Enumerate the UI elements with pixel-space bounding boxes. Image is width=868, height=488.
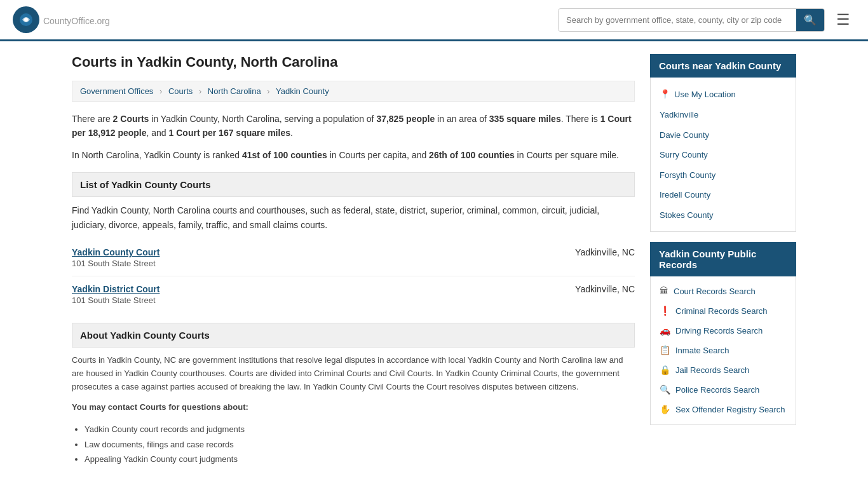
- list-item: Yadkin County court records and judgment…: [85, 422, 635, 437]
- svg-point-2: [24, 18, 28, 22]
- rank-cap-mid: in Courts per capita, and: [327, 150, 429, 160]
- court-address-1: 101 South State Street: [72, 259, 353, 268]
- breadcrumb-gov-offices[interactable]: Government Offices: [80, 86, 153, 96]
- breadcrumb-sep-3: ›: [267, 86, 269, 96]
- area: 335 square miles: [489, 114, 561, 124]
- about-section-header: About Yadkin County Courts: [72, 323, 635, 348]
- list-description: Find Yadkin County, North Carolina court…: [72, 203, 635, 232]
- criminal-records-icon: ❗: [660, 304, 670, 318]
- pin-icon: 📍: [660, 88, 670, 101]
- courts-list: Yadkin County Court 101 South State Stre…: [72, 240, 635, 313]
- breadcrumb-yadkin[interactable]: Yadkin County: [276, 86, 329, 96]
- table-row: Yadkin District Court 101 South State St…: [72, 276, 635, 313]
- stats-and-text: , and: [147, 128, 169, 138]
- search-button[interactable]: 🔍: [796, 9, 824, 31]
- police-records-link[interactable]: 🔍 Police Records Search: [651, 380, 796, 400]
- jail-records-icon: 🔒: [660, 363, 670, 377]
- court-item-left-2: Yadkin District Court 101 South State St…: [72, 284, 353, 305]
- court-records-icon: 🏛: [660, 285, 668, 298]
- stats-area-text: in an area of: [435, 114, 489, 124]
- logo: CountyOffice.org: [13, 6, 110, 33]
- population: 37,825 people: [376, 114, 435, 124]
- list-section-header: List of Yadkin County Courts: [72, 172, 635, 197]
- per-sqmile: 1 Court per 167 square miles: [169, 128, 290, 138]
- stats-intro: There are: [72, 114, 113, 124]
- court-address-2: 101 South State Street: [72, 295, 353, 305]
- nearby-section-title: Courts near Yadkin County: [650, 54, 796, 78]
- court-link-2[interactable]: Yadkin District Court: [72, 284, 159, 294]
- court-link-1[interactable]: Yadkin County Court: [72, 247, 159, 257]
- inmate-search-link[interactable]: 📋 Inmate Search: [651, 341, 796, 360]
- inmate-search-icon: 📋: [660, 344, 670, 357]
- about-text: Courts in Yadkin County, NC are governme…: [72, 354, 635, 393]
- criminal-records-link[interactable]: ❗ Criminal Records Search: [651, 301, 796, 321]
- breadcrumb-sep-2: ›: [199, 86, 201, 96]
- search-bar: 🔍: [558, 8, 825, 32]
- stats-in-text: in Yadkin County, North Carolina, servin…: [149, 114, 376, 124]
- table-row: Yadkin County Court 101 South State Stre…: [72, 240, 635, 276]
- menu-button[interactable]: ☰: [831, 8, 855, 31]
- breadcrumb-nc[interactable]: North Carolina: [208, 86, 261, 96]
- public-records-links: 🏛 Court Records Search ❗ Criminal Record…: [650, 276, 796, 425]
- header-search-area: 🔍 ☰: [558, 8, 855, 32]
- stats-per-capita: . There is: [561, 114, 600, 124]
- main-content: Courts in Yadkin County, North Carolina …: [72, 54, 635, 466]
- sidebar-link-davie[interactable]: Davie County: [651, 125, 796, 146]
- list-item: Law documents, filings and case records: [85, 437, 635, 452]
- driving-records-link[interactable]: 🚗 Driving Records Search: [651, 321, 796, 341]
- sidebar-link-surry[interactable]: Surry County: [651, 145, 796, 165]
- logo-text: CountyOffice.org: [43, 13, 110, 27]
- court-item-left-1: Yadkin County Court 101 South State Stre…: [72, 247, 353, 268]
- sex-offender-icon: ✋: [660, 403, 670, 416]
- site-header: CountyOffice.org 🔍 ☰: [0, 0, 868, 41]
- search-icon: 🔍: [804, 15, 817, 25]
- sidebar-link-yadkinville[interactable]: Yadkinville: [651, 105, 796, 125]
- main-container: Courts in Yadkin County, North Carolina …: [59, 41, 809, 479]
- driving-records-icon: 🚗: [660, 324, 670, 337]
- sex-offender-link[interactable]: ✋ Sex Offender Registry Search: [651, 400, 796, 419]
- nearby-links: 📍 Use My Location Yadkinville Davie Coun…: [650, 78, 796, 232]
- jail-records-link[interactable]: 🔒 Jail Records Search: [651, 360, 796, 380]
- rank-text: In North Carolina, Yadkin County is rank…: [72, 150, 242, 160]
- court-records-link[interactable]: 🏛 Court Records Search: [651, 281, 796, 301]
- sidebar-link-forsyth[interactable]: Forsyth County: [651, 165, 796, 186]
- breadcrumb: Government Offices › Courts › North Caro…: [72, 81, 635, 102]
- breadcrumb-courts[interactable]: Courts: [168, 86, 193, 96]
- page-title: Courts in Yadkin County, North Carolina: [72, 54, 635, 71]
- search-input[interactable]: [559, 10, 796, 30]
- breadcrumb-sep-1: ›: [159, 86, 162, 96]
- contact-header: You may contact Courts for questions abo…: [72, 401, 635, 414]
- list-item: Appealing Yadkin County court judgments: [85, 452, 635, 466]
- sidebar-link-stokes[interactable]: Stokes County: [651, 205, 796, 226]
- rank-paragraph: In North Carolina, Yadkin County is rank…: [72, 148, 635, 162]
- court-count: 2 Courts: [113, 114, 149, 124]
- court-location-2: Yadkinville, NC: [353, 284, 635, 294]
- stats-end: .: [290, 128, 293, 138]
- hamburger-icon: ☰: [836, 11, 850, 28]
- rank-end: in Courts per square mile.: [515, 150, 619, 160]
- sidebar: Courts near Yadkin County 📍 Use My Locat…: [650, 54, 796, 466]
- logo-icon: [13, 6, 39, 33]
- sidebar-link-iredell[interactable]: Iredell County: [651, 185, 796, 205]
- court-location-1: Yadkinville, NC: [353, 247, 635, 257]
- use-location-link[interactable]: 📍 Use My Location: [651, 84, 796, 105]
- public-records-title: Yadkin County Public Records: [650, 242, 796, 276]
- police-records-icon: 🔍: [660, 383, 670, 396]
- bullet-list: Yadkin County court records and judgment…: [85, 422, 635, 466]
- rank-capita: 41st of 100 counties: [242, 150, 327, 160]
- rank-sqmile: 26th of 100 counties: [429, 150, 515, 160]
- stats-paragraph: There are 2 Courts in Yadkin County, Nor…: [72, 112, 635, 140]
